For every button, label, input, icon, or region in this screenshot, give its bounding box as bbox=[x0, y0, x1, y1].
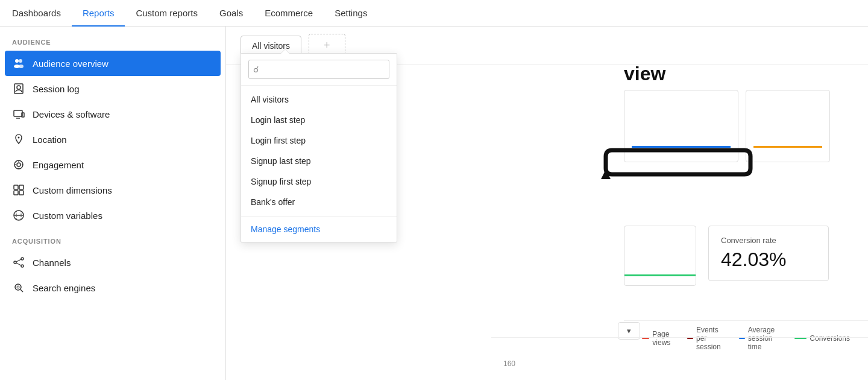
nav-dashboards[interactable]: Dashboards bbox=[12, 0, 72, 27]
sidebar-item-search-engines-label: Search engines bbox=[33, 283, 95, 293]
search-engines-icon bbox=[12, 281, 25, 294]
legend-dot-avgtime bbox=[739, 338, 745, 339]
sidebar-item-devices-software[interactable]: Devices & software bbox=[0, 101, 225, 127]
nav-reports[interactable]: Reports bbox=[72, 0, 125, 27]
sidebar-item-engagement-label: Engagement bbox=[33, 160, 84, 170]
dropdown-footer: Manage segments bbox=[241, 216, 397, 242]
location-icon bbox=[12, 133, 25, 146]
svg-point-3 bbox=[19, 65, 24, 68]
card-underline-green bbox=[624, 274, 696, 276]
svg-rect-18 bbox=[19, 191, 24, 195]
sidebar-item-custom-dimensions[interactable]: Custom dimensions bbox=[0, 177, 225, 203]
mid-stat-card-2 bbox=[746, 90, 830, 162]
legend-label-pageviews: Page views bbox=[652, 330, 675, 347]
sidebar-item-session-log-label: Session log bbox=[33, 84, 80, 94]
svg-point-29 bbox=[17, 286, 19, 288]
sidebar-item-devices-label: Devices & software bbox=[33, 109, 110, 119]
dropdown-item-3[interactable]: Signup last step bbox=[241, 151, 397, 171]
custom-dimensions-icon bbox=[12, 183, 25, 197]
sidebar-item-audience-overview[interactable]: Audience overview bbox=[5, 51, 221, 76]
audience-overview-icon bbox=[12, 57, 25, 70]
sidebar-item-custom-variables[interactable]: Custom variables bbox=[0, 203, 225, 228]
svg-point-5 bbox=[17, 86, 20, 89]
legend-label-conversions: Conversions bbox=[810, 334, 850, 343]
svg-point-28 bbox=[15, 284, 21, 290]
dropdown-item-5[interactable]: Bank's offer bbox=[241, 192, 397, 212]
legend-label-avgtime: Average session time bbox=[748, 326, 783, 351]
chart-separator bbox=[491, 337, 868, 338]
conversion-rate-label: Conversion rate bbox=[721, 236, 816, 245]
legend-label-events: Events per session bbox=[696, 326, 727, 351]
svg-rect-6 bbox=[14, 110, 22, 116]
svg-point-1 bbox=[19, 59, 22, 63]
card-underline-yellow bbox=[753, 146, 822, 148]
sidebar-item-channels[interactable]: Channels bbox=[0, 250, 225, 275]
svg-point-25 bbox=[21, 265, 24, 267]
svg-point-0 bbox=[15, 59, 19, 63]
segment-dropdown: ☌ All visitors Login last step Login fir… bbox=[241, 53, 397, 242]
legend-page-views: Page views bbox=[642, 330, 675, 347]
sidebar-section-acquisition: ACQUISITION bbox=[0, 238, 225, 250]
nav-goals[interactable]: Goals bbox=[209, 0, 254, 27]
session-log-icon bbox=[12, 82, 25, 95]
legend-dot-conversions bbox=[794, 338, 807, 339]
sidebar-item-session-log[interactable]: Session log bbox=[0, 76, 225, 101]
dropdown-item-0[interactable]: All visitors bbox=[241, 89, 397, 110]
dropdown-caret-inner bbox=[281, 49, 289, 54]
svg-point-10 bbox=[17, 163, 20, 166]
sidebar-item-audience-overview-label: Audience overview bbox=[33, 59, 108, 69]
svg-point-24 bbox=[21, 258, 24, 260]
engagement-icon bbox=[12, 158, 25, 171]
sidebar-item-engagement[interactable]: Engagement bbox=[0, 152, 225, 177]
sidebar-item-location[interactable]: Location bbox=[0, 127, 225, 152]
nav-custom-reports[interactable]: Custom reports bbox=[125, 0, 209, 27]
svg-line-26 bbox=[16, 259, 21, 262]
conversion-rate-value: 42.03% bbox=[721, 249, 816, 271]
top-navigation: Dashboards Reports Custom reports Goals … bbox=[0, 0, 868, 27]
legend-conversions: Conversions bbox=[794, 334, 850, 343]
page-title: view bbox=[624, 63, 665, 85]
legend-dot-pageviews bbox=[642, 338, 649, 339]
sidebar: AUDIENCE Audience overview Ses bbox=[0, 27, 226, 380]
svg-rect-15 bbox=[14, 185, 18, 189]
arrow-annotation bbox=[600, 144, 756, 207]
dropdown-search-icon: ☌ bbox=[253, 65, 259, 74]
main-layout: AUDIENCE Audience overview Ses bbox=[0, 27, 868, 380]
legend-dot-events bbox=[687, 338, 693, 339]
small-card-bottom-left bbox=[624, 226, 696, 286]
sidebar-item-custom-variables-label: Custom variables bbox=[33, 211, 102, 221]
dropdown-search-area: ☌ bbox=[241, 54, 397, 86]
dropdown-item-1[interactable]: Login last step bbox=[241, 110, 397, 130]
chart-legend: Page views Events per session Average se… bbox=[624, 320, 868, 356]
svg-line-27 bbox=[16, 263, 21, 265]
svg-point-8 bbox=[18, 137, 20, 139]
nav-ecommerce[interactable]: Ecommerce bbox=[254, 0, 324, 27]
svg-rect-16 bbox=[19, 185, 24, 189]
legend-avg-session-time: Average session time bbox=[739, 326, 783, 351]
conversion-rate-card: Conversion rate 42.03% bbox=[708, 226, 829, 281]
manage-segments-link[interactable]: Manage segments bbox=[251, 224, 320, 234]
dropdown-item-4[interactable]: Signup first step bbox=[241, 171, 397, 192]
devices-icon bbox=[12, 107, 25, 121]
legend-events-per-session: Events per session bbox=[687, 326, 727, 351]
chart-y-label: 160 bbox=[503, 359, 515, 368]
custom-variables-icon bbox=[12, 209, 25, 222]
dropdown-item-2[interactable]: Login first step bbox=[241, 130, 397, 151]
dropdown-list: All visitors Login last step Login first… bbox=[241, 86, 397, 216]
svg-point-23 bbox=[14, 261, 16, 264]
svg-line-30 bbox=[20, 290, 23, 292]
sidebar-item-search-engines[interactable]: Search engines bbox=[0, 275, 225, 300]
sidebar-item-location-label: Location bbox=[33, 135, 67, 145]
svg-rect-7 bbox=[22, 113, 24, 117]
svg-point-9 bbox=[14, 160, 23, 169]
channels-icon bbox=[12, 256, 25, 269]
sidebar-item-custom-dimensions-label: Custom dimensions bbox=[33, 185, 112, 195]
sidebar-section-audience: AUDIENCE bbox=[0, 39, 225, 51]
svg-rect-17 bbox=[14, 191, 18, 195]
main-content: All visitors + ☌ All visitors Login last… bbox=[226, 27, 868, 380]
nav-settings[interactable]: Settings bbox=[324, 0, 378, 27]
dropdown-search-input[interactable] bbox=[248, 60, 389, 79]
sidebar-item-channels-label: Channels bbox=[33, 258, 71, 268]
